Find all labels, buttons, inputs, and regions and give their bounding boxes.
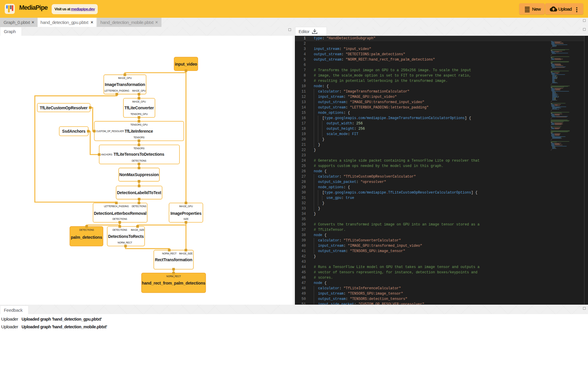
svg-text:DetectionsToRects: DetectionsToRects [108,234,144,239]
svg-text:ImageTransformation: ImageTransformation [105,82,145,87]
svg-text:New: New [532,7,541,12]
svg-text:DETECTIONS: DETECTIONS [112,228,127,231]
svg-text:hand_rect_from_palm_detections: hand_rect_from_palm_detections [142,281,205,285]
svg-text:DETECTIONS: DETECTIONS [132,205,146,208]
svg-text:SIZE: SIZE [184,217,189,220]
svg-text:Upload: Upload [558,7,572,12]
svg-text:DetectionLetterboxRemoval: DetectionLetterboxRemoval [94,211,146,216]
svg-text:CUSTOM_OP_RESOLVER: CUSTOM_OP_RESOLVER [96,130,124,133]
svg-text:IMAGE_GPU: IMAGE_GPU [132,100,146,103]
svg-text:palm_detections: palm_detections [71,235,102,240]
svg-text:TfLiteCustomOpResolver: TfLiteCustomOpResolver [40,106,88,110]
svg-text:IMAGE_GPU: IMAGE_GPU [179,205,193,208]
svg-text:LETTERBOX_PADDING: LETTERBOX_PADDING [104,89,129,92]
svg-text:TENSORS: TENSORS [133,147,145,150]
svg-text:DETECTIONS: DETECTIONS [79,228,94,231]
svg-text:ANCHORS: ANCHORS [101,153,112,156]
svg-text:TENSORS_GPU: TENSORS_GPU [130,123,148,126]
svg-text:NORM_RECT: NORM_RECT [118,241,132,244]
svg-text:input_video: input_video [175,62,197,66]
svg-text:LETTERBOX_PADDING: LETTERBOX_PADDING [104,205,129,208]
svg-text:NORM_RECT: NORM_RECT [162,252,177,255]
svg-text:RectTransformation: RectTransformation [155,258,192,262]
svg-text:TENSORS: TENSORS [133,136,145,139]
svg-text:IMAGE_GPU: IMAGE_GPU [118,77,132,79]
svg-text:DetectionLabelIdToText: DetectionLabelIdToText [117,191,161,195]
svg-text:ImageProperties: ImageProperties [170,211,202,216]
svg-text:DETECTIONS: DETECTIONS [112,217,127,220]
svg-text:TENSORS_GPU: TENSORS_GPU [130,113,148,116]
svg-text:IMAGE_SIZE: IMAGE_SIZE [131,228,144,231]
svg-text:DETECTIONS: DETECTIONS [132,159,146,162]
svg-text:NORM_RECT: NORM_RECT [166,275,181,278]
svg-text:TfLiteInference: TfLiteInference [125,129,153,134]
svg-text:NonMaxSuppression: NonMaxSuppression [119,173,159,177]
svg-text:TfLiteConverter: TfLiteConverter [124,106,154,110]
svg-text:SsdAnchors: SsdAnchors [62,129,86,134]
svg-text:TfLiteTensorsToDetections: TfLiteTensorsToDetections [114,152,164,157]
svg-text:IMAGE_SIZE: IMAGE_SIZE [179,252,193,255]
svg-text:IMAGE_GPU: IMAGE_GPU [132,89,146,92]
